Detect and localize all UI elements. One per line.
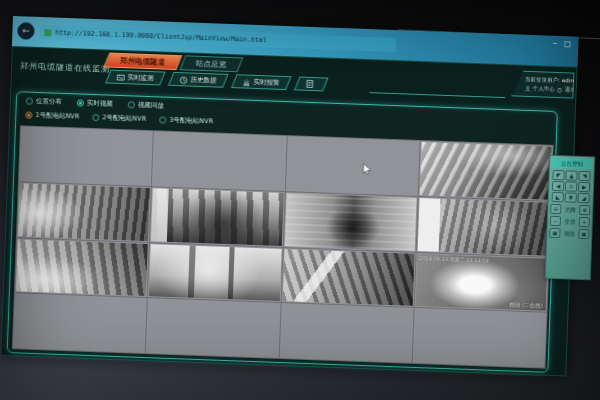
radio-label: 3号配电站NVR (169, 116, 213, 127)
menu-item-realtime-monitor[interactable]: 实时监测 (105, 70, 166, 86)
empty-cell (285, 136, 419, 196)
menu-item-extra[interactable] (294, 77, 329, 92)
photo-of-screen: ← http://192.168.1.199:8080/ClientJsp/Ma… (0, 0, 600, 400)
profile-link[interactable]: 个人中心 (533, 84, 555, 94)
aperture-minus-icon[interactable]: ⊖ (550, 204, 561, 214)
monitor-icon (117, 73, 125, 81)
camera-feed[interactable] (151, 188, 283, 245)
tab-tunnel[interactable]: 郑州电缆隧道 (103, 53, 182, 70)
radio-selected-icon (77, 99, 84, 106)
focus-near-icon[interactable]: ▣ (549, 228, 560, 238)
radio-nvr-1[interactable]: 1号配电站NVR (25, 111, 79, 122)
radio-label: 2号配电站NVR (102, 113, 146, 124)
camera-feed[interactable]: 2019-08-13 星期二 16:19:04 西段 (二会西) (415, 253, 547, 310)
radio-label: 视频回放 (138, 101, 164, 111)
ptz-down-right-icon[interactable]: ◢ (578, 193, 590, 203)
radio-label: 1号配电站NVR (35, 111, 79, 122)
camera-name-label: 西段 (二会西) (509, 302, 543, 310)
alarm-siren-icon (243, 77, 251, 85)
empty-cell (19, 126, 153, 186)
camera-feed[interactable] (417, 198, 549, 255)
ptz-down-left-icon[interactable]: ◣ (552, 192, 564, 202)
browser-window: ← http://192.168.1.199:8080/ClientJsp/Ma… (1, 16, 579, 377)
camera-feed[interactable] (284, 193, 416, 250)
ptz-down-icon[interactable]: ▼ (565, 192, 577, 202)
ptz-right-icon[interactable]: ▶ (578, 182, 590, 192)
camera-feed[interactable] (419, 142, 551, 199)
menu-item-realtime-alarm[interactable]: 实时报警 (231, 74, 292, 90)
window-controls: – ▢ (553, 39, 572, 50)
view-mode-row: 位置分布 实时视频 视频回放 (26, 97, 164, 111)
site-favicon-icon (44, 29, 51, 36)
ptz-direction-pad: ◤ ▲ ◥ ◀ ⊙ ▶ ◣ ▼ ◢ (551, 170, 592, 203)
ptz-zoom-row: − 变倍 + (550, 216, 590, 227)
ptz-up-left-icon[interactable]: ◤ (552, 170, 564, 180)
maximize-icon[interactable]: ▢ (564, 39, 572, 49)
empty-cell (146, 298, 280, 358)
menu-item-label: 实时报警 (254, 77, 280, 87)
url-text[interactable]: http://192.168.1.199:8080/ClientJsp/Main… (55, 29, 266, 45)
camera-cell (416, 197, 550, 257)
person-icon (525, 85, 531, 91)
tab-site-overview[interactable]: 站点总览 (179, 55, 243, 72)
camera-feed[interactable] (149, 244, 281, 301)
radio-icon (92, 114, 99, 121)
radio-selected-icon (25, 112, 32, 119)
ptz-left-icon[interactable]: ◀ (552, 181, 564, 191)
username: admin (562, 77, 579, 84)
user-panel: 当前登录用户:admin 个人中心 退出系统 (511, 70, 574, 98)
camera-timestamp: 2019-08-13 星期二 16:19:04 (419, 255, 489, 264)
camera-feed[interactable] (18, 183, 150, 240)
aperture-plus-icon[interactable]: ⊕ (579, 205, 590, 215)
menu-item-label: 实时监测 (128, 73, 154, 83)
back-icon[interactable]: ← (17, 22, 35, 40)
login-user-label: 当前登录用户: (525, 76, 560, 83)
aperture-label: 光圈 (563, 206, 577, 214)
ptz-up-right-icon[interactable]: ◥ (578, 171, 590, 181)
tab-tunnel-label: 郑州电缆隧道 (120, 54, 165, 70)
radio-label: 实时视频 (87, 99, 113, 109)
radio-icon (128, 101, 135, 108)
page-title: 郑州电缆隧道在线监测 (20, 60, 110, 74)
radio-nvr-3[interactable]: 3号配电站NVR (159, 115, 213, 126)
menu-row: 实时监测 历史数据 实时报警 (108, 70, 326, 92)
history-clock-icon (180, 75, 188, 83)
menu-item-label: 历史数据 (191, 75, 217, 85)
radio-location-distribution[interactable]: 位置分布 (26, 97, 62, 107)
radio-label: 位置分布 (36, 97, 62, 107)
header-divider-line (369, 92, 505, 98)
empty-cell (279, 303, 413, 363)
menu-item-history-data[interactable]: 历史数据 (168, 72, 229, 88)
app-page: 郑州电缆隧道在线监测 郑州电缆隧道 站点总览 实时监测 (1, 46, 578, 377)
content-frame: 位置分布 实时视频 视频回放 1号配电站NVR (7, 91, 558, 373)
power-icon (557, 86, 563, 92)
camera-cell (150, 187, 284, 247)
minimize-icon[interactable]: – (553, 39, 557, 49)
camera-feed[interactable] (282, 249, 414, 306)
radio-nvr-2[interactable]: 2号配电站NVR (92, 113, 146, 124)
radio-icon (26, 98, 33, 105)
camera-feed[interactable] (16, 239, 148, 296)
logout-link[interactable]: 退出系统 (565, 85, 587, 95)
ptz-up-icon[interactable]: ▲ (565, 170, 577, 180)
empty-cell (412, 308, 546, 368)
ptz-panel: 云台控制 ◤ ▲ ◥ ◀ ⊙ ▶ ◣ ▼ ◢ ⊖ 光圈 ⊕ (545, 155, 596, 281)
camera-cell (283, 192, 417, 252)
camera-cell (17, 182, 151, 242)
empty-cell (13, 294, 147, 354)
camera-cell (418, 141, 552, 201)
ptz-auto-icon[interactable]: ⊙ (565, 181, 577, 191)
video-wall: 2019-08-13 星期二 16:19:04 西段 (二会西) (12, 125, 554, 368)
ptz-panel-title: 云台控制 (552, 158, 592, 169)
document-icon (306, 80, 314, 88)
zoom-in-icon[interactable]: + (579, 217, 590, 227)
radio-video-playback[interactable]: 视频回放 (128, 100, 164, 110)
camera-cell (15, 238, 149, 298)
radio-live-video[interactable]: 实时视频 (77, 98, 113, 108)
camera-cell (148, 243, 282, 303)
camera-cell: 2019-08-13 星期二 16:19:04 西段 (二会西) (414, 252, 548, 312)
zoom-out-icon[interactable]: − (550, 216, 561, 226)
focus-far-icon[interactable]: ▣ (578, 229, 589, 239)
camera-cell (281, 248, 415, 308)
mouse-cursor-icon (363, 163, 372, 176)
